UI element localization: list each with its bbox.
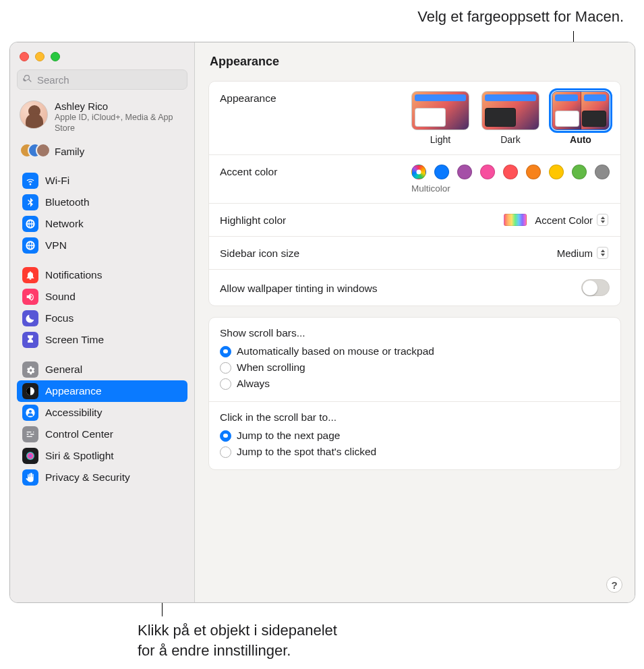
sidebar-item-appearance[interactable]: Appearance	[17, 380, 187, 402]
zoom-button[interactable]	[51, 52, 60, 61]
scrollclick-option-1[interactable]: Jump to the spot that's clicked	[220, 444, 610, 460]
sidebar-item-label: Appearance	[45, 385, 102, 397]
scrollbars-option-1[interactable]: When scrolling	[220, 359, 610, 376]
page-title: Appearance	[195, 42, 635, 77]
chevron-updown-icon	[597, 214, 608, 226]
scrollbars-option-0[interactable]: Automatically based on mouse or trackpad	[220, 343, 610, 359]
sidebar-item-label: VPN	[45, 239, 67, 252]
chevron-updown-icon	[597, 247, 608, 259]
accent-red[interactable]	[503, 165, 518, 179]
accent-yellow[interactable]	[549, 165, 564, 179]
search-icon	[23, 74, 37, 86]
appearance-options: LightDarkAuto	[411, 91, 610, 145]
sidebar-item-label: Bluetooth	[45, 196, 90, 208]
radio-label: Always	[237, 378, 270, 390]
radio-label: When scrolling	[237, 361, 305, 374]
sidebar-size-popup[interactable]: Medium	[557, 247, 610, 259]
appearance-option-dark[interactable]: Dark	[481, 91, 539, 145]
search-input[interactable]	[37, 74, 181, 86]
appearance-option-label: Auto	[552, 134, 610, 145]
svg-point-3	[26, 452, 34, 460]
sidebar-item-label: Siri & Spotlight	[45, 450, 114, 462]
appearance-option-auto[interactable]: Auto	[552, 91, 610, 145]
sidebar-nav: Wi-Fi Bluetooth Network VPN Notification…	[17, 170, 187, 601]
scrollbars-option-2[interactable]: Always	[220, 376, 610, 392]
family-icon	[20, 143, 48, 159]
moon-icon	[22, 310, 38, 326]
appearance-panel: Appearance LightDarkAuto Accent color Mu…	[208, 81, 621, 306]
appearance-icon	[22, 383, 38, 399]
apple-id-row[interactable]: Ashley Rico Apple ID, iCloud+, Media & A…	[17, 99, 187, 139]
hand-icon	[22, 469, 38, 486]
highlight-swatch	[504, 214, 527, 226]
sidebar-item-general[interactable]: General	[17, 359, 187, 380]
accent-orange[interactable]	[526, 165, 541, 179]
sidebar-item-siri[interactable]: Siri & Spotlight	[17, 445, 187, 467]
sidebar-item-label: General	[45, 363, 82, 376]
sliders-icon	[22, 426, 38, 442]
sidebar-item-label: Privacy & Security	[45, 471, 130, 484]
scrollbars-group: Show scroll bars... Automatically based …	[209, 318, 620, 402]
gear-icon	[22, 361, 38, 378]
highlight-value: Accent Color	[535, 214, 593, 226]
highlight-popup[interactable]: Accent Color	[504, 214, 610, 226]
accent-purple[interactable]	[457, 165, 472, 179]
help-button[interactable]: ?	[606, 577, 622, 593]
appearance-option-label: Dark	[481, 134, 539, 145]
sidebar-item-label: Focus	[45, 312, 74, 324]
minimize-button[interactable]	[35, 52, 45, 61]
callout-bottom: Klikk på et objekt i sidepanelet for å e…	[138, 620, 337, 660]
sidebar-item-vpn[interactable]: VPN	[17, 235, 187, 256]
close-button[interactable]	[20, 52, 29, 61]
tinting-toggle[interactable]	[581, 279, 610, 296]
sidebar-item-label: Notifications	[45, 269, 102, 281]
account-subtitle: Apple ID, iCloud+, Media & App Store	[55, 113, 185, 134]
globe-icon	[22, 216, 38, 232]
scrollclick-option-0[interactable]: Jump to the next page	[220, 428, 610, 444]
accent-blue[interactable]	[434, 165, 449, 179]
sidebar-item-bluetooth[interactable]: Bluetooth	[17, 192, 187, 213]
radio-icon	[220, 446, 231, 458]
accent-graphite[interactable]	[595, 165, 610, 179]
sidebar-item-screentime[interactable]: Screen Time	[17, 329, 187, 351]
sidebar-item-notifications[interactable]: Notifications	[17, 264, 187, 286]
scrollclick-group: Click in the scroll bar to... Jump to th…	[209, 402, 620, 469]
sidebar-item-controlcenter[interactable]: Control Center	[17, 424, 187, 445]
radio-icon	[220, 362, 231, 374]
sidebar-item-wifi[interactable]: Wi-Fi	[17, 170, 187, 192]
bell-icon	[22, 267, 38, 283]
sidebar-item-label: Network	[45, 218, 84, 230]
scroll-panel: Show scroll bars... Automatically based …	[208, 317, 621, 470]
accent-sublabel: Multicolor	[411, 183, 610, 194]
family-label: Family	[55, 146, 84, 157]
window-controls	[17, 49, 187, 69]
family-row[interactable]: Family	[17, 139, 187, 166]
siri-icon	[22, 448, 38, 464]
appearance-option-light[interactable]: Light	[411, 91, 469, 145]
sidebar-item-label: Screen Time	[45, 334, 104, 346]
globe-icon	[22, 237, 38, 254]
sidebar-item-network[interactable]: Network	[17, 213, 187, 235]
sidebar-item-focus[interactable]: Focus	[17, 308, 187, 329]
sidebar-item-accessibility[interactable]: Accessibility	[17, 402, 187, 424]
radio-label: Jump to the next page	[237, 430, 340, 442]
tinting-label: Allow wallpaper tinting in windows	[220, 281, 377, 295]
scrollbars-title: Show scroll bars...	[220, 327, 610, 339]
sidebar-item-privacy[interactable]: Privacy & Security	[17, 467, 187, 488]
sidebar-item-label: Sound	[45, 291, 76, 303]
appearance-option-label: Light	[411, 134, 469, 145]
sidebar-size-value: Medium	[557, 248, 593, 259]
radio-icon	[220, 430, 231, 442]
search-field[interactable]	[17, 69, 187, 90]
sidebar-item-sound[interactable]: Sound	[17, 286, 187, 308]
accent-green[interactable]	[572, 165, 587, 179]
accent-pink[interactable]	[480, 165, 495, 179]
bluetooth-icon	[22, 194, 38, 210]
sidebar-size-label: Sidebar icon size	[220, 246, 299, 260]
sidebar-item-label: Control Center	[45, 428, 113, 440]
radio-label: Automatically based on mouse or trackpad	[237, 345, 434, 357]
accent-multicolor[interactable]	[411, 165, 426, 179]
appearance-label: Appearance	[220, 91, 276, 105]
speaker-icon	[22, 289, 38, 305]
settings-window: Ashley Rico Apple ID, iCloud+, Media & A…	[9, 42, 635, 603]
